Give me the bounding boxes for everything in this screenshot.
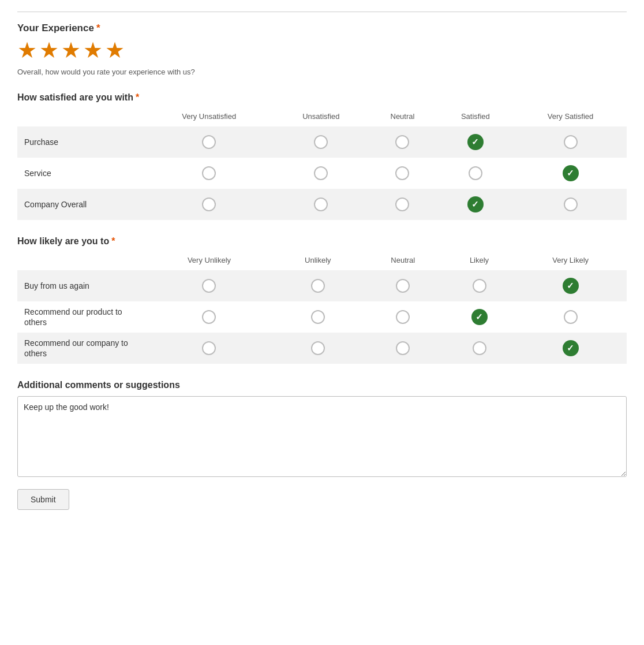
likelihood-cell-1-4[interactable] <box>514 301 627 333</box>
likelihood-cell-1-2[interactable] <box>362 301 444 333</box>
satisfaction-cell-1-1[interactable] <box>274 158 368 189</box>
likelihood-cell-0-0[interactable] <box>144 270 274 301</box>
radio-unselected-icon[interactable] <box>202 279 216 293</box>
comments-title: Additional comments or suggestions <box>17 380 627 390</box>
satisfaction-cell-0-3[interactable] <box>437 126 514 158</box>
radio-unselected-icon[interactable] <box>395 166 409 180</box>
radio-selected-icon[interactable] <box>467 196 484 212</box>
star-5[interactable]: ★ <box>105 38 125 63</box>
comments-section: Additional comments or suggestions <box>17 380 627 479</box>
radio-selected-icon[interactable] <box>563 165 579 181</box>
likelihood-cell-2-3[interactable] <box>444 333 515 364</box>
satisfaction-cell-1-4[interactable] <box>514 158 627 189</box>
radio-selected-icon[interactable] <box>467 134 484 150</box>
radio-selected-icon[interactable] <box>563 278 579 294</box>
satisfaction-header-row: Very Unsatisfied Unsatisfied Neutral Sat… <box>17 109 627 126</box>
satisfaction-cell-2-3[interactable] <box>437 189 514 220</box>
radio-unselected-icon[interactable] <box>314 166 328 180</box>
star-2[interactable]: ★ <box>39 38 59 63</box>
radio-unselected-icon[interactable] <box>395 135 409 149</box>
likelihood-col-label <box>17 252 144 270</box>
radio-unselected-icon[interactable] <box>564 197 578 211</box>
satisfaction-cell-1-3[interactable] <box>437 158 514 189</box>
experience-title-text: Your Experience <box>17 23 94 33</box>
radio-unselected-icon[interactable] <box>202 197 216 211</box>
radio-unselected-icon[interactable] <box>396 341 410 355</box>
likelihood-cell-1-3[interactable] <box>444 301 515 333</box>
star-3[interactable]: ★ <box>61 38 81 63</box>
satisfaction-title-text: How satisfied are you with <box>17 92 133 102</box>
satisfaction-row-label-0: Purchase <box>17 126 144 158</box>
radio-selected-icon[interactable] <box>563 340 579 356</box>
radio-unselected-icon[interactable] <box>564 135 578 149</box>
radio-unselected-icon[interactable] <box>469 166 482 180</box>
likelihood-cell-0-2[interactable] <box>362 270 444 301</box>
likelihood-cell-2-2[interactable] <box>362 333 444 364</box>
radio-unselected-icon[interactable] <box>202 310 216 324</box>
submit-button[interactable]: Submit <box>17 489 69 510</box>
satisfaction-col-0: Very Unsatisfied <box>144 109 274 126</box>
radio-selected-icon[interactable] <box>471 309 488 325</box>
radio-unselected-icon[interactable] <box>202 341 216 355</box>
likelihood-section: How likely are you to* Very Unlikely Unl… <box>17 236 627 364</box>
radio-unselected-icon[interactable] <box>314 197 328 211</box>
likelihood-col-1: Unlikely <box>274 252 362 270</box>
likelihood-row-2: Recommend our company to others <box>17 333 627 364</box>
likelihood-cell-1-1[interactable] <box>274 301 362 333</box>
radio-unselected-icon[interactable] <box>311 341 325 355</box>
likelihood-cell-1-0[interactable] <box>144 301 274 333</box>
likelihood-cell-2-0[interactable] <box>144 333 274 364</box>
likelihood-title-text: How likely are you to <box>17 236 109 246</box>
radio-unselected-icon[interactable] <box>564 310 578 324</box>
likelihood-cell-2-4[interactable] <box>514 333 627 364</box>
satisfaction-col-4: Very Satisfied <box>514 109 627 126</box>
radio-unselected-icon[interactable] <box>473 279 486 293</box>
satisfaction-cell-2-4[interactable] <box>514 189 627 220</box>
satisfaction-col-2: Neutral <box>368 109 436 126</box>
radio-unselected-icon[interactable] <box>314 135 328 149</box>
satisfaction-cell-1-0[interactable] <box>144 158 274 189</box>
satisfaction-cell-2-0[interactable] <box>144 189 274 220</box>
satisfaction-cell-0-0[interactable] <box>144 126 274 158</box>
satisfaction-required: * <box>136 92 139 102</box>
likelihood-col-0: Very Unlikely <box>144 252 274 270</box>
satisfaction-table: Very Unsatisfied Unsatisfied Neutral Sat… <box>17 109 627 220</box>
likelihood-row-label-1: Recommend our product to others <box>17 301 144 333</box>
satisfaction-col-1: Unsatisfied <box>274 109 368 126</box>
satisfaction-cell-0-2[interactable] <box>368 126 436 158</box>
satisfaction-cell-2-1[interactable] <box>274 189 368 220</box>
star-1[interactable]: ★ <box>17 38 37 63</box>
radio-unselected-icon[interactable] <box>311 310 325 324</box>
radio-unselected-icon[interactable] <box>395 197 409 211</box>
likelihood-header-row: Very Unlikely Unlikely Neutral Likely Ve… <box>17 252 627 270</box>
likelihood-cell-0-1[interactable] <box>274 270 362 301</box>
likelihood-cell-0-4[interactable] <box>514 270 627 301</box>
experience-required: * <box>96 23 100 33</box>
satisfaction-row-0: Purchase <box>17 126 627 158</box>
radio-unselected-icon[interactable] <box>396 310 410 324</box>
radio-unselected-icon[interactable] <box>311 279 325 293</box>
star-rating[interactable]: ★ ★ ★ ★ ★ <box>17 38 627 63</box>
likelihood-row-label-2: Recommend our company to others <box>17 333 144 364</box>
comments-textarea[interactable] <box>17 396 627 477</box>
star-4[interactable]: ★ <box>83 38 103 63</box>
satisfaction-cell-1-2[interactable] <box>368 158 436 189</box>
radio-unselected-icon[interactable] <box>202 166 216 180</box>
overall-label: Overall, how would you rate your experie… <box>17 68 627 76</box>
likelihood-cell-2-1[interactable] <box>274 333 362 364</box>
experience-title: Your Experience* <box>17 23 627 34</box>
satisfaction-col-label <box>17 109 144 126</box>
likelihood-title: How likely are you to* <box>17 236 627 247</box>
satisfaction-section: How satisfied are you with* Very Unsatis… <box>17 92 627 220</box>
radio-unselected-icon[interactable] <box>396 279 410 293</box>
likelihood-cell-0-3[interactable] <box>444 270 515 301</box>
radio-unselected-icon[interactable] <box>473 341 486 355</box>
likelihood-col-4: Very Likely <box>514 252 627 270</box>
radio-unselected-icon[interactable] <box>202 135 216 149</box>
experience-section: Your Experience* ★ ★ ★ ★ ★ Overall, how … <box>17 23 627 76</box>
satisfaction-cell-0-1[interactable] <box>274 126 368 158</box>
likelihood-col-3: Likely <box>444 252 515 270</box>
satisfaction-cell-0-4[interactable] <box>514 126 627 158</box>
satisfaction-cell-2-2[interactable] <box>368 189 436 220</box>
satisfaction-row-1: Service <box>17 158 627 189</box>
